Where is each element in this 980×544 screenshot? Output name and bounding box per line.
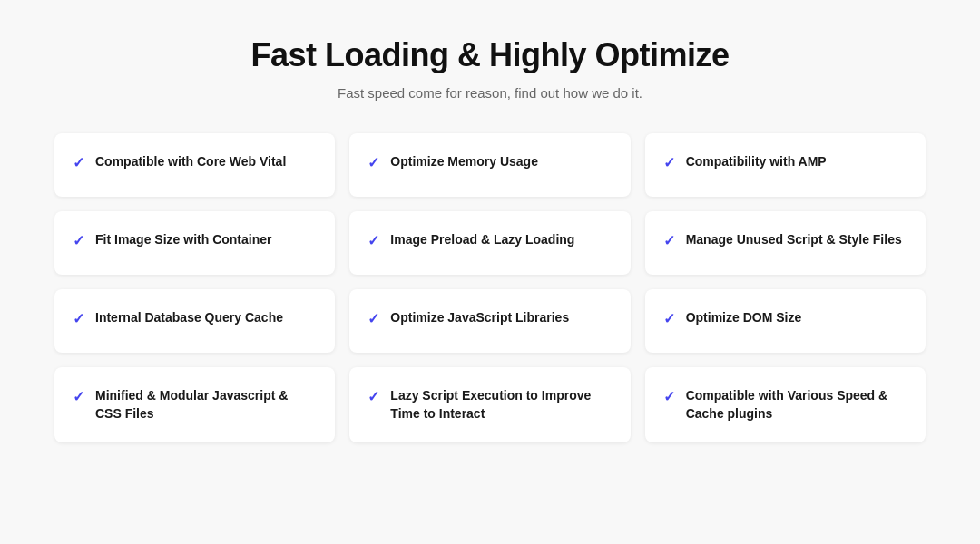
checkmark-icon: ✓ bbox=[663, 154, 675, 171]
feature-label-manage-unused-scripts: Manage Unused Script & Style Files bbox=[686, 231, 902, 249]
header: Fast Loading & Highly Optimize Fast spee… bbox=[250, 36, 729, 101]
checkmark-icon: ✓ bbox=[368, 310, 379, 327]
checkmark-icon: ✓ bbox=[73, 388, 84, 405]
feature-card-core-web-vital: ✓Compatible with Core Web Vital bbox=[54, 133, 335, 197]
feature-label-lazy-script-execution: Lazy Script Execution to Improve Time to… bbox=[390, 387, 612, 423]
checkmark-icon: ✓ bbox=[73, 310, 84, 327]
feature-card-manage-unused-scripts: ✓Manage Unused Script & Style Files bbox=[645, 211, 926, 275]
checkmark-icon: ✓ bbox=[368, 232, 379, 249]
checkmark-icon: ✓ bbox=[73, 232, 84, 249]
feature-card-image-preload: ✓Image Preload & Lazy Loading bbox=[349, 211, 630, 275]
feature-card-optimize-dom-size: ✓Optimize DOM Size bbox=[645, 289, 926, 353]
feature-card-optimize-javascript: ✓Optimize JavaScript Libraries bbox=[349, 289, 630, 353]
checkmark-icon: ✓ bbox=[73, 154, 84, 171]
feature-label-optimize-memory: Optimize Memory Usage bbox=[390, 153, 538, 171]
features-grid: ✓Compatible with Core Web Vital✓Optimize… bbox=[54, 133, 926, 442]
page-title: Fast Loading & Highly Optimize bbox=[250, 36, 729, 74]
feature-label-amp-compatibility: Compatibility with AMP bbox=[686, 153, 827, 171]
checkmark-icon: ✓ bbox=[663, 310, 675, 327]
feature-label-speed-cache-plugins: Compatible with Various Speed & Cache pl… bbox=[686, 387, 907, 423]
feature-label-optimize-dom-size: Optimize DOM Size bbox=[686, 309, 802, 327]
feature-card-fit-image-size: ✓Fit Image Size with Container bbox=[54, 211, 335, 275]
feature-label-optimize-javascript: Optimize JavaScript Libraries bbox=[390, 309, 569, 327]
feature-label-minified-modular: Minified & Modular Javascript & CSS File… bbox=[95, 387, 317, 423]
feature-card-speed-cache-plugins: ✓Compatible with Various Speed & Cache p… bbox=[645, 367, 926, 442]
feature-card-database-query-cache: ✓Internal Database Query Cache bbox=[54, 289, 335, 353]
feature-label-fit-image-size: Fit Image Size with Container bbox=[95, 231, 271, 249]
feature-card-amp-compatibility: ✓Compatibility with AMP bbox=[645, 133, 926, 197]
checkmark-icon: ✓ bbox=[663, 232, 675, 249]
page-subtitle: Fast speed come for reason, find out how… bbox=[250, 85, 729, 101]
feature-card-minified-modular: ✓Minified & Modular Javascript & CSS Fil… bbox=[54, 367, 335, 442]
checkmark-icon: ✓ bbox=[368, 154, 379, 171]
feature-card-lazy-script-execution: ✓Lazy Script Execution to Improve Time t… bbox=[349, 367, 630, 442]
feature-label-image-preload: Image Preload & Lazy Loading bbox=[390, 231, 574, 249]
feature-card-optimize-memory: ✓Optimize Memory Usage bbox=[349, 133, 630, 197]
feature-label-database-query-cache: Internal Database Query Cache bbox=[95, 309, 283, 327]
feature-label-core-web-vital: Compatible with Core Web Vital bbox=[95, 153, 286, 171]
checkmark-icon: ✓ bbox=[663, 388, 675, 405]
checkmark-icon: ✓ bbox=[368, 388, 379, 405]
page-container: Fast Loading & Highly Optimize Fast spee… bbox=[0, 0, 980, 544]
